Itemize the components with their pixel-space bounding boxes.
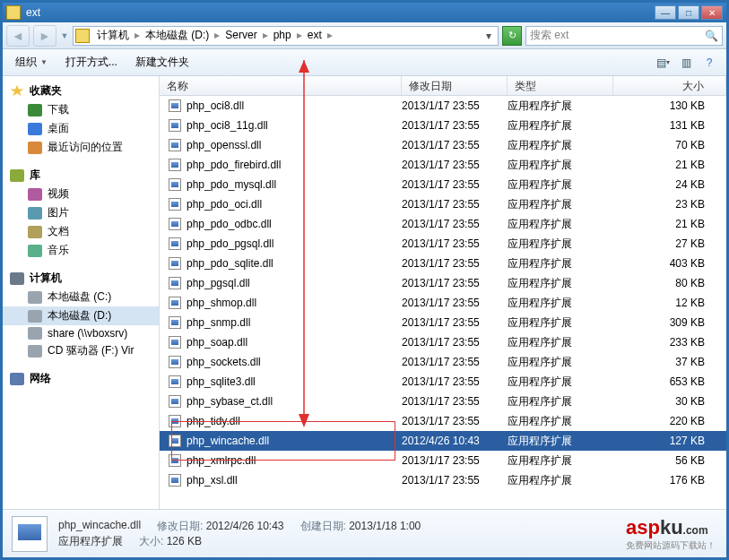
file-row[interactable]: php_openssl.dll2013/1/17 23:55应用程序扩展70 K… <box>160 135 726 155</box>
file-row[interactable]: php_soap.dll2013/1/17 23:55应用程序扩展233 KB <box>160 332 726 352</box>
file-size: 653 KB <box>613 375 726 388</box>
download-icon <box>28 104 42 116</box>
chevron-right-icon: ▸ <box>213 29 221 41</box>
titlebar: ext — □ ✕ <box>3 3 726 22</box>
file-row[interactable]: php_oci8.dll2013/1/17 23:55应用程序扩展130 KB <box>160 96 726 116</box>
tree-item-drive-d[interactable]: 本地磁盘 (D:) <box>3 306 159 325</box>
file-size: 24 KB <box>613 178 726 191</box>
file-row[interactable]: php_sockets.dll2013/1/17 23:55应用程序扩展37 K… <box>160 352 726 372</box>
file-row[interactable]: php_xmlrpc.dll2013/1/17 23:55应用程序扩展56 KB <box>160 451 726 470</box>
dll-file-icon <box>169 159 181 171</box>
open-with-button[interactable]: 打开方式... <box>60 53 123 72</box>
file-row[interactable]: php_xsl.dll2013/1/17 23:55应用程序扩展176 KB <box>160 470 726 490</box>
dll-file-icon <box>169 237 181 250</box>
tree-network[interactable]: 网络 <box>3 369 159 388</box>
nav-tree[interactable]: 收藏夹 下载 桌面 最近访问的位置 库 视频 图片 文档 音乐 计算机 本地磁盘… <box>3 76 160 509</box>
tree-item-videos[interactable]: 视频 <box>3 185 159 203</box>
file-size: 80 KB <box>613 277 726 289</box>
file-row[interactable]: php_pdo_pgsql.dll2013/1/17 23:55应用程序扩展27… <box>160 234 726 254</box>
file-size: 309 KB <box>613 316 726 329</box>
tree-item-music[interactable]: 音乐 <box>3 241 159 260</box>
breadcrumb-part[interactable]: Server <box>221 29 260 41</box>
file-type: 应用程序扩展 <box>508 453 613 469</box>
tree-libraries[interactable]: 库 <box>3 166 159 185</box>
col-header-date[interactable]: 修改日期 <box>402 76 508 95</box>
network-icon <box>10 373 24 385</box>
file-name: php_shmop.dll <box>187 297 256 309</box>
close-button[interactable]: ✕ <box>701 5 723 20</box>
file-row[interactable]: php_pdo_mysql.dll2013/1/17 23:55应用程序扩展24… <box>160 175 726 194</box>
help-button[interactable]: ? <box>699 54 719 72</box>
tree-item-documents[interactable]: 文档 <box>3 222 159 241</box>
file-row[interactable]: php_pdo_odbc.dll2013/1/17 23:55应用程序扩展21 … <box>160 214 726 234</box>
file-row[interactable]: php_sqlite3.dll2013/1/17 23:55应用程序扩展653 … <box>160 372 726 392</box>
tree-item-drive-c[interactable]: 本地磁盘 (C:) <box>3 288 159 306</box>
breadcrumb-part[interactable]: 计算机 <box>93 29 133 41</box>
preview-pane-button[interactable]: ▥ <box>676 54 696 72</box>
file-row[interactable]: php_pdo_sqlite.dll2013/1/17 23:55应用程序扩展4… <box>160 254 726 273</box>
breadcrumb[interactable]: 计算机▸本地磁盘 (D:)▸Server▸php▸ext▸ <box>93 28 334 43</box>
file-row[interactable]: php_wincache.dll2012/4/26 10:43应用程序扩展127… <box>160 431 726 451</box>
file-date: 2013/1/17 23:55 <box>402 356 508 368</box>
dll-file-icon <box>169 99 181 112</box>
tree-item-recent[interactable]: 最近访问的位置 <box>3 138 159 157</box>
network-drive-icon <box>28 327 42 340</box>
breadcrumb-part[interactable]: 本地磁盘 (D:) <box>142 29 213 41</box>
tree-item-downloads[interactable]: 下载 <box>3 100 159 119</box>
tree-item-desktop[interactable]: 桌面 <box>3 119 159 138</box>
column-headers: 名称 修改日期 类型 大小 <box>160 76 726 96</box>
search-input[interactable]: 搜索 ext 🔍 <box>525 26 723 46</box>
file-row[interactable]: php_oci8_11g.dll2013/1/17 23:55应用程序扩展131… <box>160 116 726 135</box>
col-header-size[interactable]: 大小 <box>613 76 726 95</box>
view-options-button[interactable]: ▤▾ <box>653 54 673 72</box>
maximize-button[interactable]: □ <box>678 5 699 20</box>
dll-file-icon <box>169 395 181 408</box>
file-type: 应用程序扩展 <box>508 237 613 252</box>
file-date: 2013/1/17 23:55 <box>402 218 508 230</box>
file-size: 130 KB <box>613 99 726 112</box>
file-row[interactable]: php_snmp.dll2013/1/17 23:55应用程序扩展309 KB <box>160 313 726 332</box>
tree-item-share[interactable]: share (\\vboxsrv) <box>3 325 159 341</box>
back-button[interactable]: ◄ <box>6 25 30 47</box>
recent-icon <box>28 142 42 154</box>
file-size: 37 KB <box>613 356 726 368</box>
tree-computer[interactable]: 计算机 <box>3 269 159 288</box>
forward-button[interactable]: ► <box>33 25 56 47</box>
file-date: 2013/1/17 23:55 <box>402 297 508 309</box>
dll-file-icon <box>169 415 181 427</box>
desktop-icon <box>28 123 42 135</box>
tree-item-pictures[interactable]: 图片 <box>3 203 159 222</box>
file-row[interactable]: php_shmop.dll2013/1/17 23:55应用程序扩展12 KB <box>160 293 726 313</box>
dll-file-icon <box>169 277 181 289</box>
new-folder-button[interactable]: 新建文件夹 <box>130 53 195 72</box>
breadcrumb-part[interactable]: ext <box>304 29 325 41</box>
dll-file-icon <box>169 119 181 132</box>
file-list[interactable]: php_oci8.dll2013/1/17 23:55应用程序扩展130 KBp… <box>160 96 726 509</box>
file-type: 应用程序扩展 <box>508 315 613 331</box>
history-dropdown-icon[interactable]: ▼ <box>60 31 69 40</box>
minimize-button[interactable]: — <box>655 5 676 20</box>
address-bar[interactable]: 计算机▸本地磁盘 (D:)▸Server▸php▸ext▸ ▾ <box>73 26 499 46</box>
file-type: 应用程序扩展 <box>508 197 613 212</box>
file-row[interactable]: php_sybase_ct.dll2013/1/17 23:55应用程序扩展30… <box>160 392 726 411</box>
file-row[interactable]: php_tidy.dll2013/1/17 23:55应用程序扩展220 KB <box>160 411 726 431</box>
dll-file-icon <box>169 356 181 368</box>
tree-favorites[interactable]: 收藏夹 <box>3 82 159 100</box>
file-date: 2013/1/17 23:55 <box>402 198 508 211</box>
file-row[interactable]: php_pdo_oci.dll2013/1/17 23:55应用程序扩展23 K… <box>160 194 726 214</box>
organize-menu[interactable]: 组织▼ <box>10 53 53 72</box>
address-dropdown-icon[interactable]: ▾ <box>482 30 496 42</box>
breadcrumb-part[interactable]: php <box>270 29 295 41</box>
file-size: 30 KB <box>613 395 726 408</box>
file-date: 2013/1/17 23:55 <box>402 139 508 151</box>
tree-item-cdrom[interactable]: CD 驱动器 (F:) Vir <box>3 341 159 360</box>
file-row[interactable]: php_pgsql.dll2013/1/17 23:55应用程序扩展80 KB <box>160 273 726 293</box>
computer-icon <box>10 272 24 285</box>
file-row[interactable]: php_pdo_firebird.dll2013/1/17 23:55应用程序扩… <box>160 155 726 175</box>
chevron-right-icon: ▸ <box>295 29 304 41</box>
col-header-name[interactable]: 名称 <box>160 76 402 95</box>
file-type: 应用程序扩展 <box>508 276 613 291</box>
col-header-type[interactable]: 类型 <box>508 76 613 95</box>
file-type: 应用程序扩展 <box>508 414 613 429</box>
refresh-button[interactable]: ↻ <box>502 26 522 46</box>
